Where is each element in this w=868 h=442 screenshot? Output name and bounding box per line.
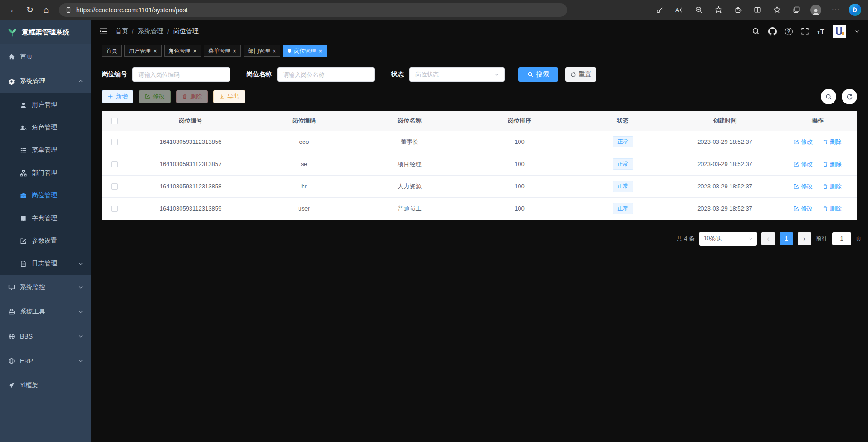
fullscreen-icon[interactable] [801,27,809,35]
sidebar-item-roles[interactable]: 角色管理 [0,116,91,139]
search-button[interactable]: 搜索 [518,67,558,82]
help-icon[interactable]: ? [785,28,793,35]
toolbar-right [821,89,857,104]
status-select[interactable]: 岗位状态 [409,67,505,82]
sidebar-item-erp[interactable]: ERP [0,349,91,373]
tab-department-management[interactable]: 部门管理× [244,45,281,57]
sidebar-item-tools[interactable]: 系统工具 [0,300,91,324]
sidebar-item-parameters[interactable]: 参数设置 [0,230,91,252]
breadcrumb-separator: / [167,28,169,35]
address-bar[interactable]: https://ccnetcore.com:1101/system/post [59,3,567,17]
sidebar-item-logs[interactable]: 日志管理 [0,252,91,275]
post-name-input[interactable] [277,67,375,82]
refresh-table-button[interactable] [842,89,857,104]
row-edit-link[interactable]: 修改 [794,138,813,146]
browser-more-icon[interactable]: ⋯ [828,3,843,17]
read-aloud-icon[interactable]: A [672,3,687,17]
row-delete-link[interactable]: 删除 [823,182,842,191]
browser-home-button[interactable]: ⌂ [38,2,54,18]
toggle-search-button[interactable] [821,89,836,104]
sidebar-item-monitoring[interactable]: 系统监控 [0,275,91,300]
github-icon[interactable] [768,27,777,36]
row-delete-label: 删除 [830,182,842,191]
sidebar-item-label: BBS [20,333,33,340]
sidebar-item-users[interactable]: 用户管理 [0,93,91,116]
font-size-icon[interactable]: TT [817,28,824,35]
row-delete-link[interactable]: 删除 [823,160,842,168]
sidebar-item-departments[interactable]: 部门管理 [0,162,91,184]
close-icon[interactable]: × [233,48,236,54]
browser-profile-avatar[interactable] [808,3,824,17]
edit-button[interactable]: 修改 [139,90,171,103]
delete-button[interactable]: 删除 [176,90,208,103]
bing-discover-icon[interactable]: b [847,3,863,17]
tab-user-management[interactable]: 用户管理× [124,45,162,57]
tabs-bar: 首页 用户管理× 角色管理× 菜单管理× 部门管理× 岗位管理× [91,43,868,59]
large-t-glyph: T [820,28,824,35]
dropdown-caret-icon[interactable] [854,29,860,34]
reset-button[interactable]: 重置 [565,67,596,82]
table-toolbar: 新增 修改 删除 导出 [102,89,857,104]
page-size-select[interactable]: 10条/页 [699,232,757,246]
browser-refresh-button[interactable]: ↻ [22,2,38,18]
sidebar-item-system[interactable]: 系统管理 [0,69,91,93]
close-icon[interactable]: × [193,48,197,54]
row-edit-link[interactable]: 修改 [794,205,813,213]
row-delete-link[interactable]: 删除 [823,205,842,213]
column-header: 岗位编码 [254,111,354,131]
extensions-icon[interactable] [730,3,745,17]
tab-menu-management[interactable]: 菜单管理× [204,45,241,57]
sidebar-item-label: 字典管理 [32,214,57,222]
row-edit-link[interactable]: 修改 [794,160,813,168]
post-code-input[interactable] [132,67,230,82]
list-icon [20,147,27,154]
zoom-out-icon[interactable] [691,3,706,17]
profile-person-icon [810,5,821,15]
paper-plane-icon [8,382,15,389]
add-favorite-icon[interactable] [711,3,726,17]
row-checkbox[interactable] [111,161,118,167]
goto-page-input[interactable] [832,232,851,245]
sidebar-item-dictionary[interactable]: 字典管理 [0,207,91,230]
sidebar-item-menus[interactable]: 菜单管理 [0,139,91,162]
sidebar-item-home[interactable]: 首页 [0,44,91,69]
prev-page-button[interactable]: ‹ [761,232,775,245]
row-checkbox[interactable] [111,206,118,212]
split-screen-icon[interactable] [750,3,765,17]
favorites-icon[interactable] [769,3,785,17]
sidebar-item-yi-framework[interactable]: Yi框架 [0,373,91,398]
row-delete-link[interactable]: 删除 [823,138,842,146]
next-page-button[interactable]: › [798,232,811,245]
breadcrumb-item[interactable]: 首页 [115,27,128,35]
row-checkbox[interactable] [111,183,118,190]
browser-back-button[interactable]: ← [5,2,22,18]
tab-post-management[interactable]: 岗位管理× [283,45,327,57]
tab-home[interactable]: 首页 [102,45,122,57]
goto-label: 前往 [816,235,828,243]
row-checkbox[interactable] [111,139,118,145]
hamburger-icon[interactable] [99,27,108,36]
close-icon[interactable]: × [273,48,276,54]
password-key-icon[interactable] [652,3,667,17]
small-t-glyph: T [817,30,820,35]
trash-icon [823,162,828,167]
created-cell: 2023-03-29 18:52:37 [672,197,778,220]
close-icon[interactable]: × [319,48,322,54]
breadcrumb-item[interactable]: 系统管理 [138,27,163,35]
sidebar-item-posts[interactable]: 岗位管理 [0,184,91,207]
search-icon[interactable] [752,27,760,35]
breadcrumb-current: 岗位管理 [173,27,199,35]
collections-icon[interactable] [789,3,804,17]
tab-role-management[interactable]: 角色管理× [164,45,201,57]
add-button[interactable]: 新增 [102,90,133,103]
select-all-checkbox[interactable] [111,118,118,124]
post-name-label: 岗位名称 [246,70,272,79]
sidebar-item-bbs[interactable]: BBS [0,324,91,349]
user-avatar[interactable] [833,25,846,38]
page-number-button[interactable]: 1 [780,232,793,245]
chevron-down-icon [78,358,83,363]
row-edit-link[interactable]: 修改 [794,182,813,191]
export-button[interactable]: 导出 [213,90,245,103]
close-icon[interactable]: × [153,48,157,54]
sidebar-item-label: ERP [20,357,33,364]
